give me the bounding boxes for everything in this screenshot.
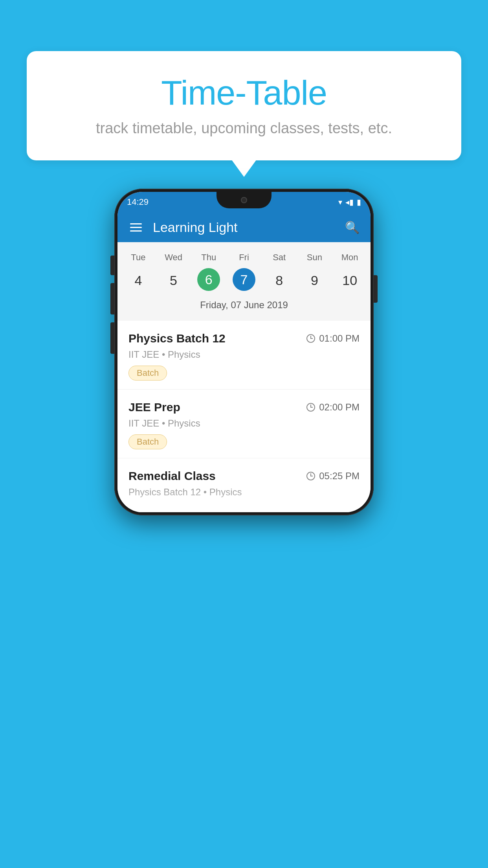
item-title-1: Physics Batch 12: [128, 332, 226, 345]
silent-button: [110, 256, 114, 275]
top-bar: Learning Light 🔍: [117, 212, 371, 242]
day-sat: Sat: [262, 249, 297, 266]
wifi-icon: ▾: [338, 197, 342, 207]
day-sun: Sun: [297, 249, 332, 266]
battery-icon: ▮: [357, 197, 361, 207]
clock-icon-2: [306, 403, 315, 412]
volume-up-button: [110, 283, 114, 314]
date-5[interactable]: 5: [156, 268, 191, 292]
date-4[interactable]: 4: [121, 268, 156, 292]
item-title-3: Remedial Class: [128, 469, 216, 483]
time-value-1: 01:00 PM: [319, 333, 360, 344]
item-header-1: Physics Batch 12 01:00 PM: [128, 332, 360, 345]
batch-badge-2: Batch: [128, 434, 167, 449]
phone-screen: 14:29 ▾ ◂▮ ▮ Learning Light 🔍: [117, 192, 371, 512]
day-tue: Tue: [121, 249, 156, 266]
camera-dot: [241, 197, 247, 203]
day-thu: Thu: [191, 249, 226, 266]
item-title-2: JEE Prep: [128, 401, 180, 414]
day-wed: Wed: [156, 249, 191, 266]
selected-date-label: Friday, 07 June 2019: [117, 296, 371, 317]
phone-wrapper: 14:29 ▾ ◂▮ ▮ Learning Light 🔍: [114, 189, 374, 515]
schedule-list: Physics Batch 12 01:00 PM IIT JEE • Phys…: [117, 321, 371, 512]
volume-down-button: [110, 322, 114, 354]
signal-icon: ◂▮: [345, 197, 354, 207]
phone-frame: 14:29 ▾ ◂▮ ▮ Learning Light 🔍: [114, 189, 374, 515]
app-title: Learning Light: [153, 220, 345, 235]
status-time: 14:29: [127, 197, 149, 207]
status-bar: 14:29 ▾ ◂▮ ▮: [117, 192, 371, 212]
item-header-3: Remedial Class 05:25 PM: [128, 469, 360, 483]
speech-bubble: Time-Table track timetable, upcoming cla…: [27, 51, 461, 160]
time-value-3: 05:25 PM: [319, 471, 360, 482]
date-7-selected[interactable]: 7: [233, 268, 255, 291]
item-subtitle-2: IIT JEE • Physics: [128, 418, 360, 429]
date-row: 4 5 6 7 8 9 10: [117, 266, 371, 296]
item-header-2: JEE Prep 02:00 PM: [128, 401, 360, 414]
day-fri: Fri: [226, 249, 262, 266]
date-8[interactable]: 8: [262, 268, 297, 292]
speech-bubble-container: Time-Table track timetable, upcoming cla…: [27, 51, 461, 160]
search-icon[interactable]: 🔍: [345, 221, 360, 234]
clock-icon-1: [306, 334, 315, 343]
day-mon: Mon: [332, 249, 367, 266]
clock-icon-3: [306, 472, 315, 480]
status-icons: ▾ ◂▮ ▮: [338, 197, 361, 207]
main-subtitle: track timetable, upcoming classes, tests…: [50, 120, 438, 137]
calendar-strip: Tue Wed Thu Fri Sat Sun Mon 4 5 6 7 8 9 …: [117, 242, 371, 321]
item-time-2: 02:00 PM: [306, 402, 360, 413]
schedule-item-2[interactable]: JEE Prep 02:00 PM IIT JEE • Physics Batc…: [117, 390, 371, 458]
days-row: Tue Wed Thu Fri Sat Sun Mon: [117, 249, 371, 266]
item-time-1: 01:00 PM: [306, 333, 360, 344]
date-10[interactable]: 10: [332, 268, 367, 292]
notch: [216, 192, 272, 208]
bottom-fade: [117, 489, 371, 512]
schedule-item-1[interactable]: Physics Batch 12 01:00 PM IIT JEE • Phys…: [117, 321, 371, 390]
item-subtitle-1: IIT JEE • Physics: [128, 349, 360, 360]
item-time-3: 05:25 PM: [306, 471, 360, 482]
hamburger-menu-icon[interactable]: [128, 222, 143, 233]
main-title: Time-Table: [50, 73, 438, 113]
time-value-2: 02:00 PM: [319, 402, 360, 413]
power-button: [374, 275, 378, 303]
batch-badge-1: Batch: [128, 366, 167, 381]
date-9[interactable]: 9: [297, 268, 332, 292]
date-6-today[interactable]: 6: [197, 268, 220, 291]
